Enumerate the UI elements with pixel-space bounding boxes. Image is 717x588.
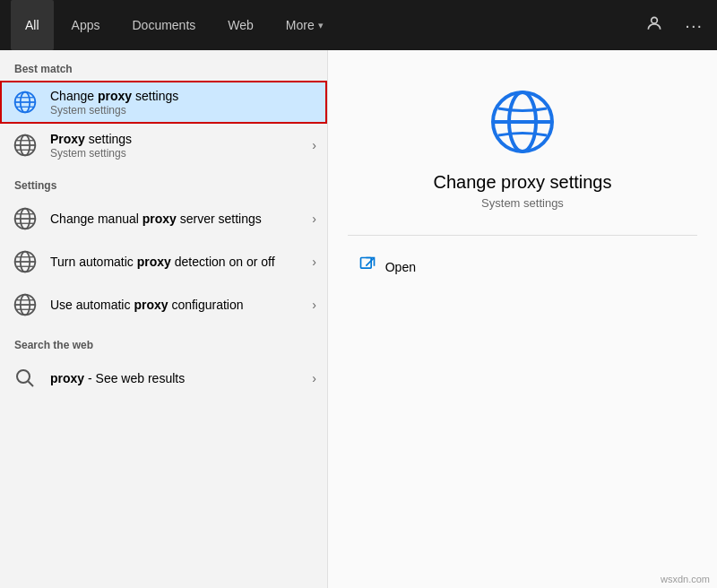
chevron-right-icon-2: › — [312, 212, 316, 226]
tab-more[interactable]: More ▾ — [272, 0, 338, 50]
globe-icon-2 — [11, 131, 39, 160]
svg-line-27 — [29, 382, 34, 387]
main-content: Best match Change proxy settings System … — [0, 50, 717, 588]
open-label: Open — [385, 260, 416, 274]
chevron-right-icon-4: › — [312, 298, 316, 312]
proxy-settings-subtitle: System settings — [50, 147, 305, 160]
settings-label: Settings — [0, 167, 327, 197]
tab-web[interactable]: Web — [213, 0, 268, 50]
watermark: wsxdn.com — [661, 574, 710, 584]
best-match-subtitle: System settings — [50, 104, 316, 117]
detail-subtitle: System settings — [481, 196, 564, 210]
chevron-right-icon: › — [312, 138, 316, 152]
proxy-settings-item[interactable]: Proxy settings System settings › — [0, 124, 327, 167]
tab-all[interactable]: All — [11, 0, 54, 50]
settings-item-3-text: Use automatic proxy configuration — [50, 297, 305, 313]
globe-icon-5 — [11, 290, 39, 319]
web-search-text: proxy - See web results — [50, 370, 305, 386]
more-options-icon[interactable]: ··· — [681, 12, 706, 39]
settings-item-1-text: Change manual proxy server settings — [50, 211, 305, 227]
svg-point-0 — [652, 17, 658, 23]
best-match-text: Change proxy settings System settings — [50, 88, 316, 117]
globe-icon — [11, 88, 39, 117]
open-action[interactable]: Open — [348, 250, 698, 283]
top-bar-right: ··· — [642, 11, 706, 40]
svg-point-26 — [17, 370, 30, 383]
best-match-title: Change proxy settings — [50, 88, 316, 104]
proxy-settings-title: Proxy settings — [50, 131, 305, 147]
top-bar: All Apps Documents Web More ▾ ··· — [0, 0, 717, 50]
globe-icon-3 — [11, 204, 39, 233]
settings-item-2-text: Turn automatic proxy detection on or off — [50, 254, 305, 270]
person-icon[interactable] — [642, 11, 667, 40]
settings-item-1[interactable]: Change manual proxy server settings › — [0, 197, 327, 240]
best-match-item[interactable]: Change proxy settings System settings — [0, 81, 327, 124]
settings-item-2[interactable]: Turn automatic proxy detection on or off… — [0, 240, 327, 283]
globe-icon-4 — [11, 247, 39, 276]
settings-item-2-title: Turn automatic proxy detection on or off — [50, 254, 305, 270]
open-icon — [358, 255, 376, 278]
tab-documents[interactable]: Documents — [117, 0, 210, 50]
tab-list: All Apps Documents Web More ▾ — [11, 0, 338, 50]
right-panel: Change proxy settings System settings Op… — [327, 50, 717, 588]
tab-apps[interactable]: Apps — [57, 0, 115, 50]
proxy-settings-text: Proxy settings System settings — [50, 131, 305, 160]
chevron-right-icon-3: › — [312, 255, 316, 269]
web-search-title: proxy - See web results — [50, 370, 305, 386]
search-web-label: Search the web — [0, 326, 327, 357]
detail-divider — [348, 235, 698, 236]
left-panel: Best match Change proxy settings System … — [0, 50, 327, 588]
settings-item-1-title: Change manual proxy server settings — [50, 211, 305, 227]
chevron-right-icon-5: › — [312, 371, 316, 385]
search-icon — [11, 364, 39, 393]
web-search-item[interactable]: proxy - See web results › — [0, 357, 327, 400]
settings-item-3[interactable]: Use automatic proxy configuration › — [0, 283, 327, 326]
best-match-label: Best match — [0, 50, 327, 81]
svg-line-32 — [366, 258, 374, 266]
detail-icon — [487, 86, 558, 158]
chevron-down-icon: ▾ — [318, 20, 324, 31]
settings-item-3-title: Use automatic proxy configuration — [50, 297, 305, 313]
detail-title: Change proxy settings — [433, 172, 611, 193]
